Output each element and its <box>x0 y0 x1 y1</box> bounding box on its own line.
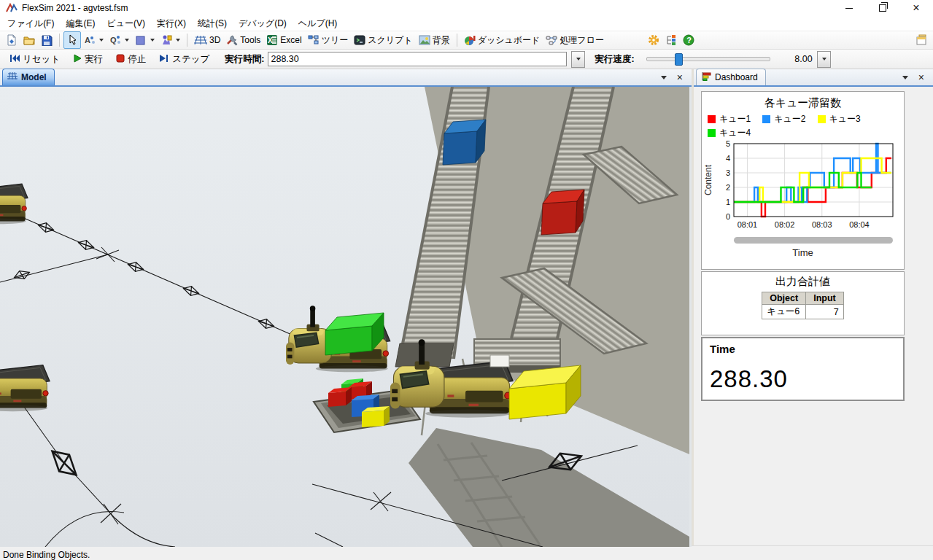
dashboard-button[interactable]: ダッシュボード <box>461 31 543 49</box>
process-flow-button[interactable]: 処理フロー <box>543 31 607 49</box>
tab-dashboard[interactable]: Dashboard <box>696 69 766 85</box>
menu-item-4[interactable]: 統計(S) <box>192 16 233 31</box>
color-swatch-button[interactable] <box>132 31 158 49</box>
legend-label: キュー1 <box>719 113 751 125</box>
queue-content-chart: 01234508:0108:0208:0308:04Content <box>702 141 904 234</box>
time-panel[interactable]: Time 288.30 <box>701 337 905 401</box>
speed-slider-thumb[interactable] <box>675 53 683 66</box>
legend-swatch <box>762 115 770 123</box>
output-total-panel[interactable]: 出力合計値 ObjectInputキュー67 <box>701 271 905 335</box>
menu-item-6[interactable]: ヘルプ(H) <box>293 16 344 31</box>
table-title: 出力合計値 <box>702 275 904 289</box>
dashboard-pane-close-icon[interactable] <box>918 72 924 82</box>
legend-swatch <box>708 115 716 123</box>
model-pane-menu-icon[interactable] <box>661 76 667 79</box>
walkthrough-icon <box>160 34 172 46</box>
minimize-button[interactable] <box>832 0 866 16</box>
toolbar-separator <box>457 34 457 47</box>
time-panel-title: Time <box>710 343 896 355</box>
legend-swatch <box>818 115 826 123</box>
model-pane-close-icon[interactable] <box>677 72 683 82</box>
dashboard-pane-menu-icon[interactable] <box>902 76 908 79</box>
main-toolbar: AQ3DToolsXExcelツリースクリプト背景ダッシュボード処理フロー? <box>0 31 933 50</box>
chevron-down-icon[interactable] <box>150 39 155 42</box>
dashboard-icon <box>464 34 476 46</box>
tab-model[interactable]: Model <box>2 69 55 85</box>
grid-3d-icon <box>194 35 207 45</box>
select-cursor-button[interactable] <box>63 31 81 49</box>
legend-label: キュー2 <box>774 113 805 125</box>
run-control-toolbar: リセット 実行 停止 ステップ 実行時間: 実行速度: 8.00 <box>0 50 933 69</box>
chevron-down-icon[interactable] <box>176 39 180 42</box>
background-button[interactable]: 背景 <box>416 31 453 49</box>
connect-ports-button[interactable]: Q <box>107 31 132 49</box>
chevron-down-icon[interactable] <box>99 39 104 42</box>
walkthrough-button[interactable] <box>158 31 183 49</box>
open-folder-icon <box>23 34 35 46</box>
menu-item-5[interactable]: デバッグ(D) <box>233 16 293 31</box>
dashboard-pane: Dashboard 各キュー滞留数 キュー1キュー2キュー3キュー4 01234… <box>694 69 933 545</box>
restore-icon <box>879 4 886 12</box>
svg-text:2: 2 <box>726 183 730 192</box>
close-icon <box>913 2 919 14</box>
window-title: FlexSim 2021 - agvtest.fsm <box>22 3 128 13</box>
3d-viewport[interactable] <box>0 87 689 547</box>
menu-item-0[interactable]: ファイル(F) <box>1 16 60 31</box>
tools-button[interactable]: Tools <box>223 31 263 49</box>
svg-text:4: 4 <box>726 154 730 163</box>
svg-text:08:03: 08:03 <box>812 220 832 229</box>
reset-icon <box>9 54 20 65</box>
process-flow-icon <box>546 34 557 46</box>
menu-item-2[interactable]: ビュー(V) <box>101 16 151 31</box>
new-model-button[interactable] <box>3 31 20 49</box>
flexsim-logo-icon <box>6 3 18 13</box>
svg-text:08:04: 08:04 <box>849 220 870 229</box>
flow-item-red-box[interactable] <box>541 190 584 235</box>
dashboard-tabbar: Dashboard <box>694 69 933 87</box>
menu-bar: ファイル(F)編集(E)ビュー(V)実行(X)統計(S)デバッグ(D)ヘルプ(H… <box>0 16 933 31</box>
excel-button[interactable]: XExcel <box>263 31 304 49</box>
new-window-button[interactable] <box>913 31 930 49</box>
save-button[interactable] <box>38 31 55 49</box>
step-button[interactable]: ステップ <box>154 51 214 68</box>
grid-3d-button[interactable]: 3D <box>191 31 223 49</box>
save-icon <box>41 34 53 46</box>
chevron-down-icon[interactable] <box>125 39 129 42</box>
runtime-input[interactable] <box>268 52 567 66</box>
step-label: ステップ <box>172 53 209 66</box>
legend-item-1: キュー2 <box>762 113 805 125</box>
dashboard-content: 各キュー滞留数 キュー1キュー2キュー3キュー4 01234508:0108:0… <box>694 87 933 545</box>
open-folder-button[interactable] <box>20 31 38 49</box>
model-settings-button[interactable] <box>662 31 680 49</box>
svg-text:5: 5 <box>726 141 730 148</box>
title-bar: FlexSim 2021 - agvtest.fsm <box>0 0 933 16</box>
speed-slider[interactable] <box>646 57 770 61</box>
new-model-icon <box>6 34 18 46</box>
tree-button[interactable]: ツリー <box>305 31 352 49</box>
script-button[interactable]: スクリプト <box>351 31 415 49</box>
svg-text:Content: Content <box>703 164 713 195</box>
gear-button[interactable] <box>645 31 662 49</box>
help-button[interactable]: ? <box>680 31 697 49</box>
menu-item-3[interactable]: 実行(X) <box>151 16 192 31</box>
connect-objects-button[interactable]: A <box>81 31 107 49</box>
table-header: Object <box>762 292 806 305</box>
chart-time-scrollbar[interactable] <box>734 237 893 244</box>
tab-dashboard-label: Dashboard <box>715 72 758 82</box>
flow-item-blue-box[interactable] <box>443 120 486 165</box>
restore-button[interactable] <box>866 0 899 16</box>
speed-dropdown-button[interactable] <box>817 51 831 68</box>
model-settings-icon <box>665 34 677 46</box>
chart-legend: キュー1キュー2キュー3キュー4 <box>702 112 904 141</box>
reset-button[interactable]: リセット <box>4 51 65 68</box>
stop-button[interactable]: 停止 <box>111 51 151 68</box>
legend-item-0: キュー1 <box>708 113 751 125</box>
svg-text:08:01: 08:01 <box>738 220 758 229</box>
run-button[interactable]: 実行 <box>68 51 108 68</box>
runtime-dropdown-button[interactable] <box>571 51 585 68</box>
svg-text:1: 1 <box>726 198 730 206</box>
close-button[interactable] <box>899 0 933 16</box>
menu-item-1[interactable]: 編集(E) <box>60 16 101 31</box>
queue-content-chart-panel[interactable]: 各キュー滞留数 キュー1キュー2キュー3キュー4 01234508:0108:0… <box>701 91 905 270</box>
tools-icon <box>226 34 238 46</box>
